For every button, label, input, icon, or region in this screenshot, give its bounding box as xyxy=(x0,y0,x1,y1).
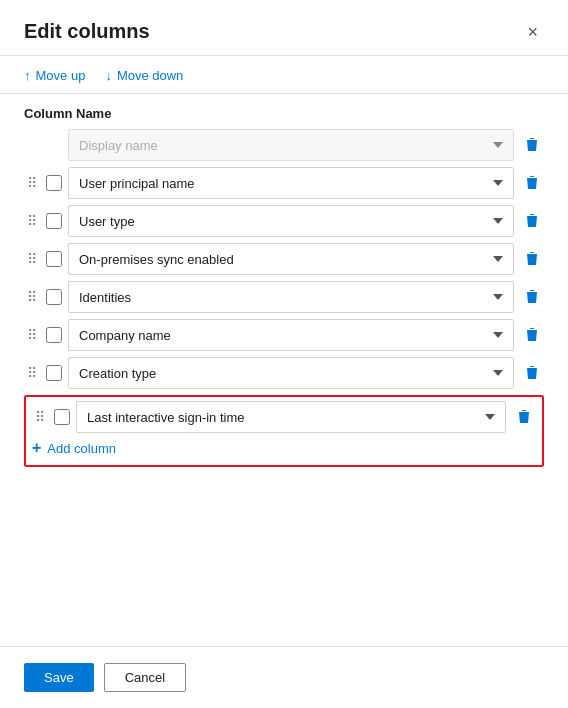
table-row: ⠿ Identities xyxy=(24,281,544,313)
dialog-footer: Save Cancel xyxy=(0,646,568,708)
row-checkbox[interactable] xyxy=(54,409,70,425)
toolbar: ↑ Move up ↓ Move down xyxy=(0,56,568,94)
drag-handle-icon: ⠿ xyxy=(24,175,40,191)
close-button[interactable]: × xyxy=(521,21,544,43)
drag-handle-icon: ⠿ xyxy=(32,409,48,425)
edit-columns-dialog: Edit columns × ↑ Move up ↓ Move down Col… xyxy=(0,0,568,708)
trash-icon xyxy=(524,251,540,267)
add-column-label: Add column xyxy=(47,441,116,456)
plus-icon: + xyxy=(32,439,41,457)
move-up-label: Move up xyxy=(36,68,86,83)
delete-row-button[interactable] xyxy=(520,287,544,307)
trash-icon xyxy=(524,213,540,229)
column-select[interactable]: On-premises sync enabled xyxy=(68,243,514,275)
cancel-button[interactable]: Cancel xyxy=(104,663,186,692)
move-down-button[interactable]: ↓ Move down xyxy=(105,66,183,85)
column-select[interactable]: User principal name xyxy=(68,167,514,199)
trash-icon xyxy=(524,289,540,305)
delete-row-button[interactable] xyxy=(520,173,544,193)
arrow-down-icon: ↓ xyxy=(105,68,112,83)
drag-handle-icon: ⠿ xyxy=(24,213,40,229)
table-row: ⠿ User type xyxy=(24,205,544,237)
table-row: ⠿ On-premises sync enabled xyxy=(24,243,544,275)
column-select[interactable]: Company name xyxy=(68,319,514,351)
drag-handle-icon: ⠿ xyxy=(24,251,40,267)
row-checkbox[interactable] xyxy=(46,327,62,343)
drag-handle-icon: ⠿ xyxy=(24,365,40,381)
row-checkbox[interactable] xyxy=(46,175,62,191)
column-select[interactable]: Identities xyxy=(68,281,514,313)
delete-row-button[interactable] xyxy=(520,249,544,269)
columns-content: Column Name ⠿ Display name ⠿ User princi… xyxy=(0,94,568,646)
delete-row-button[interactable] xyxy=(520,135,544,155)
delete-row-button[interactable] xyxy=(520,325,544,345)
delete-row-button[interactable] xyxy=(520,363,544,383)
table-row: ⠿ Last interactive sign-in time xyxy=(32,401,536,433)
trash-icon xyxy=(524,327,540,343)
table-row: ⠿ Creation type xyxy=(24,357,544,389)
move-up-button[interactable]: ↑ Move up xyxy=(24,66,85,85)
column-name-header: Column Name xyxy=(24,94,544,129)
trash-icon xyxy=(516,409,532,425)
table-row: ⠿ Display name xyxy=(24,129,544,161)
trash-icon xyxy=(524,137,540,153)
dialog-title: Edit columns xyxy=(24,20,150,43)
highlighted-section: ⠿ Last interactive sign-in time + Add co… xyxy=(24,395,544,467)
arrow-up-icon: ↑ xyxy=(24,68,31,83)
column-select[interactable]: User type xyxy=(68,205,514,237)
save-button[interactable]: Save xyxy=(24,663,94,692)
table-row: ⠿ User principal name xyxy=(24,167,544,199)
add-column-button[interactable]: + Add column xyxy=(32,433,536,461)
rows-container: ⠿ Display name ⠿ User principal name xyxy=(24,129,544,389)
column-select[interactable]: Creation type xyxy=(68,357,514,389)
row-checkbox[interactable] xyxy=(46,251,62,267)
row-checkbox[interactable] xyxy=(46,365,62,381)
column-select: Display name xyxy=(68,129,514,161)
dialog-header: Edit columns × xyxy=(0,0,568,56)
highlighted-row-container: ⠿ Last interactive sign-in time xyxy=(32,401,536,433)
table-row: ⠿ Company name xyxy=(24,319,544,351)
delete-row-button[interactable] xyxy=(520,211,544,231)
delete-row-button[interactable] xyxy=(512,407,536,427)
drag-handle-icon: ⠿ xyxy=(24,327,40,343)
row-checkbox[interactable] xyxy=(46,213,62,229)
move-down-label: Move down xyxy=(117,68,183,83)
row-checkbox[interactable] xyxy=(46,289,62,305)
trash-icon xyxy=(524,365,540,381)
trash-icon xyxy=(524,175,540,191)
drag-handle-icon: ⠿ xyxy=(24,289,40,305)
column-select[interactable]: Last interactive sign-in time xyxy=(76,401,506,433)
